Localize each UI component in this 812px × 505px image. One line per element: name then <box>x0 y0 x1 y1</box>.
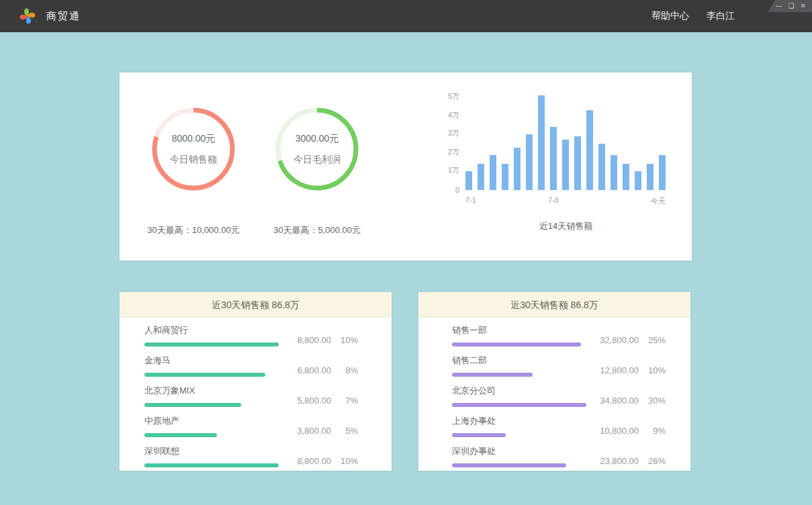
progress-bar-fill <box>452 373 533 377</box>
chart-bar <box>574 136 581 190</box>
list-item-label: 上海办事处 <box>452 415 586 427</box>
today-sales-label: 今日销售额 <box>170 154 217 166</box>
today-profit-value: 3000.00元 <box>296 133 339 145</box>
chart-bars <box>465 88 666 190</box>
progress-bar <box>452 433 586 437</box>
list-item-value: 12,800.00 <box>593 365 639 375</box>
chart-bar <box>465 171 472 190</box>
department-sales-card-title: 近30天销售额 86.8万 <box>418 292 690 318</box>
x-tick-last: 今天 <box>651 196 666 206</box>
list-item-label: 中原地产 <box>144 415 279 427</box>
minimize-icon[interactable]: — <box>776 3 782 9</box>
today-sales-max: 30天最高：10,000.00元 <box>132 224 255 236</box>
list-item-label: 北京分公司 <box>452 385 586 397</box>
customer-sales-card: 近30天销售额 86.8万 人和商贸行8,800.0010%金海马6,800.0… <box>120 292 392 471</box>
progress-bar <box>144 342 279 347</box>
today-sales-value: 8000.00元 <box>172 133 216 145</box>
progress-bar-fill <box>144 342 279 347</box>
list-item-value: 8,800.00 <box>285 335 331 345</box>
chart-y-axis: 5万4万3万2万1万0 <box>441 88 459 190</box>
progress-bar <box>144 463 279 467</box>
y-tick: 5万 <box>448 91 459 101</box>
department-sales-card: 近30天销售额 86.8万 销售一部32,800.0025%销售二部12,800… <box>418 292 690 471</box>
customer-sales-list: 人和商贸行8,800.0010%金海马6,800.008%北京万象MIX5,80… <box>120 318 392 467</box>
progress-bar <box>452 403 586 407</box>
chart-bar <box>550 127 557 190</box>
list-item: 人和商贸行8,800.0010% <box>144 324 358 347</box>
chart-bar <box>490 155 496 190</box>
today-profit-gauge: 3000.00元 今日毛利润 30天最高：5,000.00元 <box>255 73 379 261</box>
list-item-label: 金海马 <box>144 355 279 367</box>
help-center-link[interactable]: 帮助中心 <box>651 10 689 22</box>
list-item-value: 3,800.00 <box>285 426 331 436</box>
chart-x-axis: 7-1 7-8 今天 <box>465 196 666 205</box>
window-controls: — ❑ ✕ <box>768 0 812 12</box>
department-sales-list: 销售一部32,800.0025%销售二部12,800.0010%北京分公司34,… <box>418 318 690 467</box>
progress-bar-fill <box>144 403 241 407</box>
y-tick: 3万 <box>448 128 459 138</box>
list-item-percent: 7% <box>338 396 358 406</box>
chart-bar <box>514 148 521 190</box>
today-profit-max: 30天最高：5,000.00元 <box>255 224 379 236</box>
chart-bar <box>478 164 484 190</box>
list-item: 金海马6,800.008% <box>144 355 358 377</box>
progress-bar <box>144 403 279 407</box>
sales-14d-chart: 5万4万3万2万1万0 7-1 7-8 今天 近14天销售额 <box>441 73 666 261</box>
y-tick: 0 <box>455 186 459 194</box>
chart-bar <box>611 155 617 190</box>
list-item-percent: 30% <box>645 396 666 406</box>
progress-bar <box>144 433 279 437</box>
chart-bar <box>647 164 653 190</box>
progress-bar-fill <box>452 403 586 407</box>
today-sales-gauge: 8000.00元 今日销售额 30天最高：10,000.00元 <box>132 73 255 261</box>
chart-bar <box>526 134 533 190</box>
list-item: 深圳联想8,800.0010% <box>144 445 358 467</box>
today-profit-label: 今日毛利润 <box>294 154 341 166</box>
chart-bar <box>623 164 629 190</box>
progress-bar-fill <box>144 373 265 377</box>
list-item-label: 北京万象MIX <box>144 385 279 397</box>
progress-bar-fill <box>452 433 506 437</box>
list-item-percent: 10% <box>338 335 358 345</box>
customer-sales-card-title: 近30天销售额 86.8万 <box>120 292 392 318</box>
list-item-percent: 10% <box>645 365 666 375</box>
chart-title: 近14天销售额 <box>441 220 666 232</box>
progress-bar <box>144 373 279 377</box>
list-item-label: 深圳办事处 <box>452 445 586 457</box>
username-menu[interactable]: 李白江 <box>707 10 735 22</box>
chart-bar <box>635 171 641 190</box>
list-item-label: 销售二部 <box>452 355 586 367</box>
list-item-percent: 25% <box>645 335 666 345</box>
progress-bar <box>452 342 586 347</box>
chart-bar <box>538 95 545 190</box>
list-item-percent: 8% <box>338 365 358 375</box>
y-tick: 4万 <box>448 110 459 120</box>
chart-bar <box>502 164 508 190</box>
list-item: 销售二部12,800.0010% <box>452 355 666 377</box>
list-item-value: 5,800.00 <box>285 396 331 406</box>
chart-bar <box>598 144 605 190</box>
list-item-label: 销售一部 <box>452 324 586 336</box>
list-item: 上海办事处10,800.009% <box>452 415 666 437</box>
list-item-value: 34,800.00 <box>593 396 639 406</box>
list-item: 北京分公司34,800.0030% <box>452 385 666 407</box>
list-item-value: 10,800.00 <box>593 426 639 436</box>
chart-bar <box>562 140 569 190</box>
list-item: 销售一部32,800.0025% <box>452 324 666 347</box>
progress-bar <box>452 463 586 467</box>
app-title: 商贸通 <box>46 10 81 23</box>
maximize-icon[interactable]: ❑ <box>788 3 795 9</box>
list-item-percent: 5% <box>338 426 358 436</box>
progress-bar-fill <box>144 463 279 467</box>
list-item-label: 深圳联想 <box>144 445 279 457</box>
x-tick-first: 7-1 <box>465 196 476 204</box>
x-tick-mid: 7-8 <box>548 196 559 204</box>
list-item-value: 32,800.00 <box>593 335 639 345</box>
list-item-percent: 10% <box>338 456 358 466</box>
progress-bar <box>452 373 586 377</box>
list-item: 中原地产3,800.005% <box>144 415 358 437</box>
list-item: 北京万象MIX5,800.007% <box>144 385 358 407</box>
close-icon[interactable]: ✕ <box>801 3 806 9</box>
progress-bar-fill <box>144 433 217 437</box>
list-item-label: 人和商贸行 <box>144 324 279 336</box>
